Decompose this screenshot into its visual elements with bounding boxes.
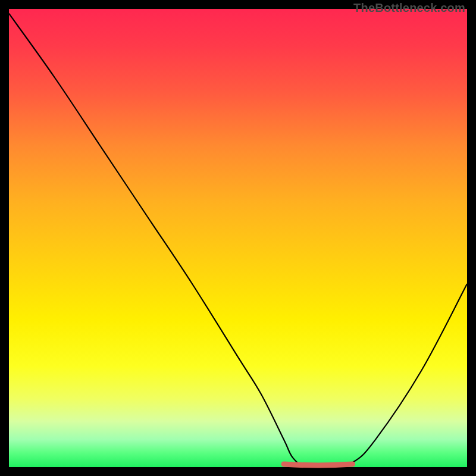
optimal-region-marker — [284, 464, 353, 465]
chart-svg — [9, 9, 467, 467]
plot-area — [9, 9, 467, 467]
bottleneck-curve — [9, 14, 467, 468]
chart-frame: TheBottleneck.com — [0, 0, 476, 476]
attribution-watermark: TheBottleneck.com — [353, 1, 465, 15]
